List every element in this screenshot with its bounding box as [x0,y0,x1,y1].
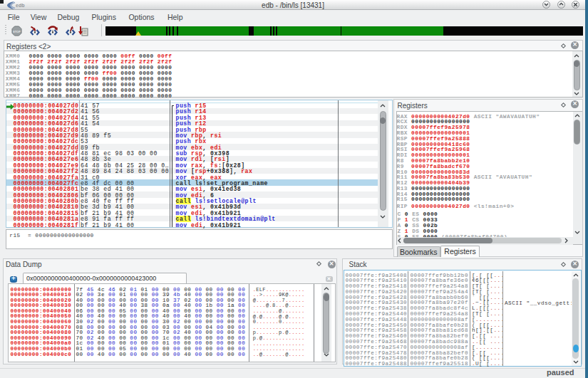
svg-text:STOP: STOP [13,30,21,33]
